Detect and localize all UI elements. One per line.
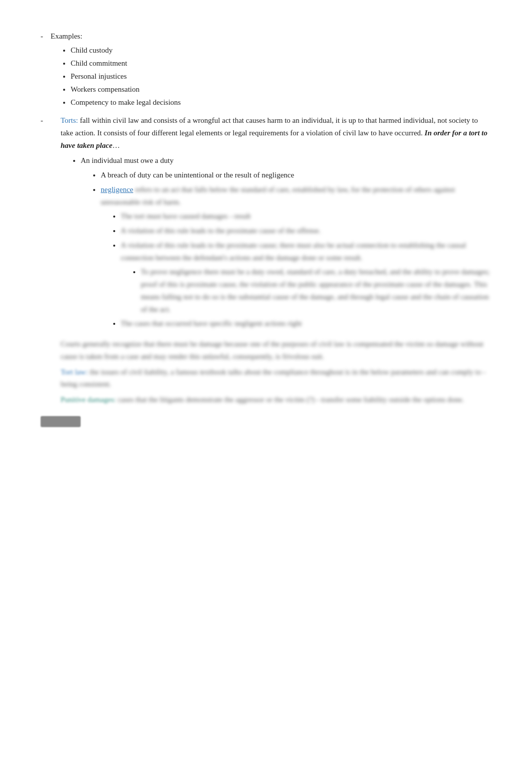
blurred-deep-1: To prove negligence there must be a duty…	[141, 268, 490, 313]
torts-text: fall within civil law and consists of a …	[61, 116, 478, 137]
duty-item: An individual must owe a duty A breach o…	[81, 154, 491, 330]
tort-law-text: the issues of civil liability, a famous …	[61, 368, 485, 388]
list-item: The tort must have caused damages - resu…	[121, 210, 491, 223]
blurred-detail-2: A violation of this rule leads to the pr…	[121, 227, 321, 235]
torts-paragraph: Torts: fall within civil law and consist…	[51, 114, 491, 406]
list-item: A violation of this rule leads to the pr…	[121, 239, 491, 316]
tort-law-paragraph: Tort law: the issues of civil liability,…	[61, 366, 491, 391]
list-item: Personal injustices	[71, 70, 491, 82]
blurred-detail-3: A violation of this rule leads to the pr…	[121, 241, 466, 262]
examples-label: Examples:	[51, 32, 82, 40]
torts-item: Torts: fall within civil law and consist…	[41, 114, 491, 406]
list-item: To prove negligence there must be a duty…	[141, 266, 491, 315]
list-item: Child custody	[71, 44, 491, 56]
breach-text: A breach of duty can be unintentional or…	[101, 171, 294, 179]
sources-box	[41, 416, 81, 427]
courts-text: Courts generally recognize that there mu…	[61, 340, 483, 360]
breach-list: A breach of duty can be unintentional or…	[81, 169, 491, 330]
page-content: Examples: Child custody Child commitment…	[41, 30, 491, 427]
torts-ellipsis: …	[112, 141, 120, 149]
list-item: Child commitment	[71, 57, 491, 69]
negligence-label[interactable]: negligence	[101, 185, 133, 193]
list-item: A violation of this rule leads to the pr…	[121, 225, 491, 237]
duty-list: An individual must owe a duty A breach o…	[61, 154, 491, 330]
bottom-blurred-block: Courts generally recognize that there mu…	[61, 338, 491, 406]
list-item: The cases that occurred have specific ne…	[121, 317, 491, 330]
blurred-detail-1: The tort must have caused damages - resu…	[121, 212, 251, 220]
negligence-blurred-1: refers to an act that falls below the st…	[101, 185, 455, 206]
examples-item: Examples: Child custody Child commitment…	[41, 30, 491, 108]
courts-paragraph: Courts generally recognize that there mu…	[61, 338, 491, 363]
negligence-details: The tort must have caused damages - resu…	[101, 210, 491, 330]
breach-item: A breach of duty can be unintentional or…	[101, 169, 491, 181]
top-level-list: Examples: Child custody Child commitment…	[41, 30, 491, 406]
punitive-label: Punitive damages:	[61, 396, 116, 404]
deep-details: To prove negligence there must be a duty…	[121, 266, 491, 315]
negligence-item: negligence refers to an act that falls b…	[101, 183, 491, 330]
punitive-paragraph: Punitive damages: cases that the litigan…	[61, 394, 491, 406]
list-item: Competency to make legal decisions	[71, 96, 491, 108]
tort-law-label: Tort law:	[61, 368, 88, 376]
duty-text: An individual must owe a duty	[81, 156, 173, 164]
list-item: Workers compensation	[71, 83, 491, 95]
examples-list: Child custody Child commitment Personal …	[51, 44, 491, 108]
torts-label: Torts:	[61, 116, 78, 124]
blurred-detail-4: The cases that occurred have specific ne…	[121, 319, 302, 327]
punitive-text: cases that the litigants demonstrate the…	[118, 396, 464, 404]
